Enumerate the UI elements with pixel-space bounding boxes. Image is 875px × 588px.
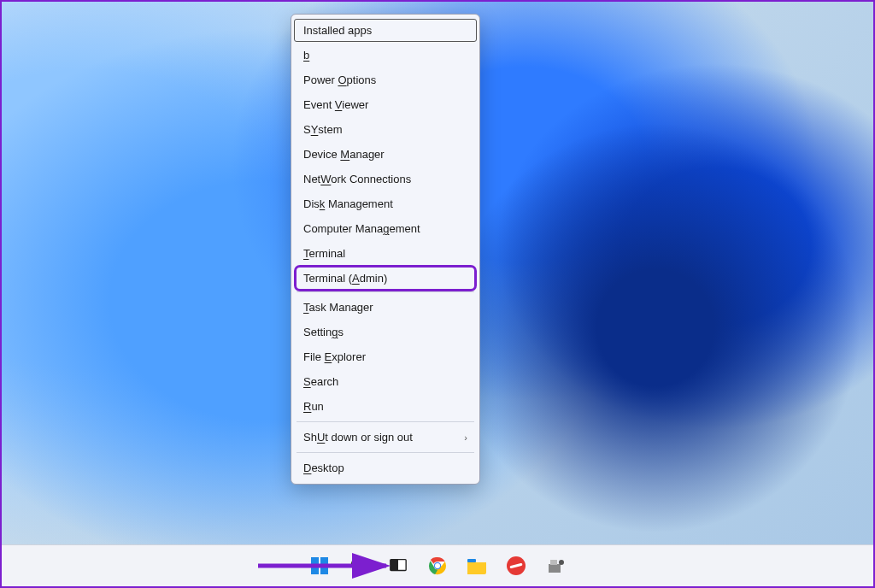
- menu-item-label: Event Viewer: [303, 98, 368, 111]
- svg-rect-14: [550, 560, 557, 565]
- menu-item-label: Settings: [303, 326, 344, 338]
- menu-item-event-viewer[interactable]: Event Viewer: [291, 92, 479, 117]
- chevron-right-icon: ›: [464, 432, 467, 443]
- menu-item-label: b: [303, 49, 309, 62]
- menu-item-label: Search: [303, 375, 338, 388]
- menu-item-file-explorer[interactable]: File Explorer: [291, 344, 479, 369]
- winx-context-menu: Installed appsbPower OptionsEvent Viewer…: [291, 14, 480, 485]
- menu-item-disk-management[interactable]: Disk Management: [291, 191, 479, 216]
- menu-separator: [297, 421, 474, 422]
- menu-item-terminal-admin[interactable]: Terminal (Admin): [297, 268, 474, 289]
- menu-separator: [297, 452, 474, 453]
- menu-item-computer-management[interactable]: Computer Management: [291, 216, 479, 241]
- chrome-icon[interactable]: [426, 554, 449, 578]
- menu-separator: [297, 291, 474, 292]
- menu-item-installed-apps[interactable]: Installed apps: [295, 20, 476, 41]
- menu-item-power-options[interactable]: Power Options: [291, 68, 479, 92]
- svg-rect-11: [467, 559, 476, 562]
- app-misc-icon[interactable]: [543, 554, 567, 578]
- menu-item-label: Run: [303, 400, 324, 413]
- menu-item-shut-down-or-sign-out[interactable]: ShUt down or sign out›: [291, 425, 479, 450]
- menu-item-label: Task Manager: [303, 301, 373, 314]
- menu-item-label: Device Manager: [303, 148, 385, 161]
- menu-item-terminal[interactable]: Terminal: [291, 241, 479, 266]
- menu-item-label: SYstem: [303, 123, 343, 136]
- menu-item-run[interactable]: Run: [291, 394, 479, 419]
- menu-item-search[interactable]: Search: [291, 369, 479, 394]
- menu-item-system[interactable]: SYstem: [291, 117, 479, 142]
- annotation-arrow: [258, 552, 395, 579]
- menu-item-mobility-center[interactable]: b: [291, 43, 479, 68]
- menu-item-label: Desktop: [303, 462, 344, 474]
- svg-rect-13: [549, 564, 561, 573]
- file-explorer-icon[interactable]: [465, 554, 489, 578]
- menu-item-label: Computer Management: [303, 222, 420, 235]
- menu-item-label: Terminal: [303, 247, 345, 260]
- menu-item-label: Disk Management: [303, 197, 393, 210]
- menu-item-network-connections[interactable]: NetWork Connections: [291, 167, 479, 191]
- menu-item-label: File Explorer: [303, 350, 366, 363]
- menu-item-device-manager[interactable]: Device Manager: [291, 142, 479, 167]
- menu-item-desktop[interactable]: Desktop: [291, 456, 479, 480]
- menu-item-label: ShUt down or sign out: [303, 431, 413, 444]
- menu-item-label: NetWork Connections: [303, 173, 411, 185]
- menu-item-label: Terminal (Admin): [303, 272, 387, 285]
- menu-item-label: Power Options: [303, 74, 376, 86]
- menu-item-settings[interactable]: Settings: [291, 320, 479, 344]
- menu-item-label: Installed apps: [303, 24, 372, 37]
- app-red-icon[interactable]: [504, 554, 528, 578]
- taskbar: [2, 544, 873, 586]
- menu-item-task-manager[interactable]: Task Manager: [291, 295, 479, 320]
- svg-point-10: [435, 563, 440, 568]
- svg-point-15: [559, 560, 564, 565]
